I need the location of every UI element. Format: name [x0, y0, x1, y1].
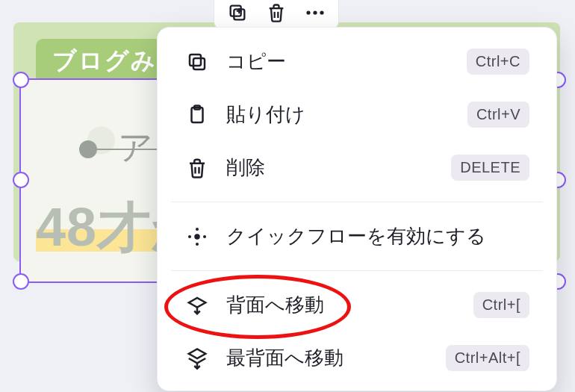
svg-point-15: [194, 234, 200, 240]
menu-item-send-to-back[interactable]: 最背面へ移動 Ctrl+Alt+[: [164, 332, 550, 385]
more-icon[interactable]: [304, 1, 326, 24]
menu-item-shortcut: Ctrl+Alt+[: [446, 345, 529, 371]
menu-item-shortcut: Ctrl+C: [467, 49, 529, 75]
svg-point-7: [313, 10, 317, 14]
context-menu: コピー Ctrl+C 貼り付け Ctrl+V 削除 DELETE クイックフロー…: [157, 27, 557, 391]
svg-point-6: [306, 10, 310, 14]
resize-handle-l[interactable]: [13, 172, 29, 188]
duplicate-icon[interactable]: [226, 1, 249, 24]
element-toolbar: [214, 0, 339, 29]
editor-stage: ブログみち ア 48才か: [0, 0, 575, 392]
svg-point-19: [203, 235, 206, 238]
quickflow-icon: [184, 224, 210, 249]
menu-item-shortcut: DELETE: [451, 155, 529, 181]
svg-point-8: [320, 10, 323, 14]
menu-item-delete[interactable]: 削除 DELETE: [164, 141, 550, 194]
subheading-text: ア: [118, 125, 158, 171]
resize-handle-bl[interactable]: [13, 273, 29, 290]
menu-item-label: コピー: [226, 49, 450, 75]
menu-item-label: クイックフローを有効にする: [226, 223, 529, 249]
send-to-back-icon: [184, 346, 210, 371]
menu-item-shortcut: Ctrl+V: [467, 102, 529, 128]
menu-item-quickflow[interactable]: クイックフローを有効にする: [164, 210, 550, 263]
menu-item-shortcut: Ctrl+[: [473, 292, 529, 318]
svg-point-18: [188, 235, 191, 238]
copy-icon: [184, 49, 210, 75]
menu-item-label: 最背面へ移動: [226, 345, 429, 371]
menu-item-label: 貼り付け: [226, 102, 451, 128]
send-back-icon: [184, 293, 210, 318]
trash-icon[interactable]: [265, 1, 288, 24]
menu-item-send-back[interactable]: 背面へ移動 Ctrl+[: [164, 279, 550, 332]
menu-item-label: 削除: [226, 155, 435, 181]
menu-item-paste[interactable]: 貼り付け Ctrl+V: [164, 88, 550, 141]
resize-handle-tl[interactable]: [13, 72, 29, 88]
menu-separator: [171, 202, 543, 202]
svg-point-17: [196, 243, 199, 246]
menu-separator: [171, 270, 543, 271]
trash-icon: [184, 155, 210, 181]
menu-item-copy[interactable]: コピー Ctrl+C: [164, 35, 550, 88]
rule-line: [79, 149, 169, 150]
svg-rect-9: [193, 58, 205, 69]
menu-item-label: 背面へ移動: [226, 292, 457, 318]
paste-icon: [184, 102, 210, 128]
svg-point-16: [196, 228, 199, 231]
svg-rect-10: [190, 55, 201, 66]
